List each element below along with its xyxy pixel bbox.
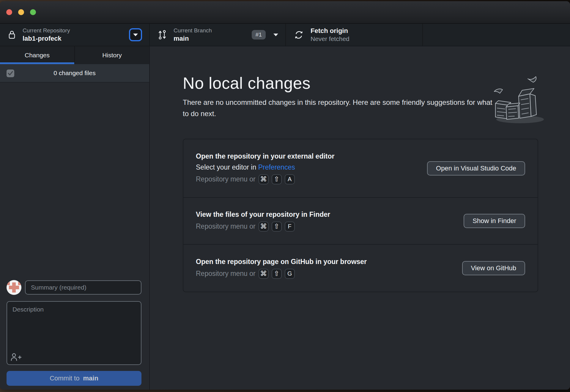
commit-button-branch: main <box>83 374 98 382</box>
toolbar: Current Repository lab1-profeck <box>0 24 570 46</box>
fetch-origin-button[interactable]: Fetch origin Never fetched <box>286 24 423 46</box>
view-on-github-button[interactable]: View on GitHub <box>462 261 525 275</box>
repository-label: Current Repository <box>23 27 70 34</box>
close-button[interactable] <box>6 9 12 15</box>
cmd-key: ⌘ <box>259 174 269 184</box>
add-coauthor-icon[interactable] <box>10 353 22 362</box>
tab-changes[interactable]: Changes <box>0 46 74 64</box>
card-show-in-finder: View the files of your repository in Fin… <box>183 197 538 244</box>
repository-dropdown-button[interactable] <box>129 28 142 41</box>
sidebar-tabbar: Changes History <box>0 46 149 64</box>
current-repository-button[interactable]: Current Repository lab1-profeck <box>0 24 150 46</box>
app-window: Current Repository lab1-profeck <box>0 1 570 390</box>
card-open-editor: Open the repository in your external edi… <box>183 139 538 197</box>
sync-icon <box>294 30 303 39</box>
description-input[interactable] <box>7 301 141 365</box>
page-subtitle: There are no uncommitted changes in this… <box>183 97 493 119</box>
letter-key: A <box>285 174 295 184</box>
commit-button[interactable]: Commit to main <box>7 371 141 386</box>
cmd-key: ⌘ <box>259 269 269 279</box>
shortcut-label: Repository menu or <box>196 270 256 278</box>
main-panel: No local changes There are no uncommitte… <box>150 46 570 390</box>
titlebar <box>0 1 570 24</box>
card-title: Open the repository page on GitHub in yo… <box>196 258 367 266</box>
chevron-down-icon <box>133 34 138 36</box>
chevron-down-icon <box>273 34 278 36</box>
card-title: View the files of your repository in Fin… <box>196 211 330 219</box>
empty-state-illustration <box>489 72 557 126</box>
sidebar: Changes History 0 changed files <box>0 46 150 390</box>
card-view-on-github: Open the repository page on GitHub in yo… <box>183 244 538 292</box>
changed-files-count: 0 changed files <box>53 69 95 77</box>
current-branch-button[interactable]: Current Branch main #1 <box>150 24 286 46</box>
show-in-finder-button[interactable]: Show in Finder <box>464 214 525 228</box>
changed-files-header: 0 changed files <box>0 64 149 83</box>
traffic-lights <box>6 9 36 15</box>
shortcut-label: Repository menu or <box>196 175 256 183</box>
toolbar-spacer <box>423 24 570 46</box>
cmd-key: ⌘ <box>259 222 269 232</box>
shift-key: ⇧ <box>272 174 282 184</box>
fetch-label: Fetch origin <box>311 27 349 34</box>
card-subtitle: Select your editor in <box>196 163 258 171</box>
description-wrap <box>7 301 141 365</box>
shift-key: ⇧ <box>272 222 282 232</box>
lock-icon <box>8 30 15 39</box>
git-branch-icon <box>158 29 166 40</box>
open-in-vscode-button[interactable]: Open in Visual Studio Code <box>427 161 525 176</box>
zoom-button[interactable] <box>30 9 36 15</box>
summary-input[interactable] <box>25 280 141 295</box>
suggestion-cards: Open the repository in your external edi… <box>183 139 538 292</box>
commit-button-label: Commit to <box>50 374 81 382</box>
branch-label: Current Branch <box>174 27 212 34</box>
desktop-background: { "toolbar": { "repository": { "label": … <box>0 0 570 392</box>
branch-name: main <box>174 35 212 42</box>
shortcut-label: Repository menu or <box>196 222 256 230</box>
page-title: No local changes <box>183 74 311 93</box>
card-title: Open the repository in your external edi… <box>196 152 334 160</box>
avatar <box>7 280 21 295</box>
letter-key: G <box>285 269 295 279</box>
select-all-checkbox[interactable] <box>7 69 14 77</box>
commit-form: Commit to main <box>0 276 149 390</box>
shift-key: ⇧ <box>272 269 282 279</box>
tab-history[interactable]: History <box>74 46 149 64</box>
repository-name: lab1-profeck <box>23 35 70 42</box>
minimize-button[interactable] <box>18 9 24 15</box>
letter-key: F <box>285 222 295 232</box>
preferences-link[interactable]: Preferences <box>258 163 295 171</box>
pull-request-badge: #1 <box>252 30 266 39</box>
fetch-status: Never fetched <box>311 35 349 42</box>
